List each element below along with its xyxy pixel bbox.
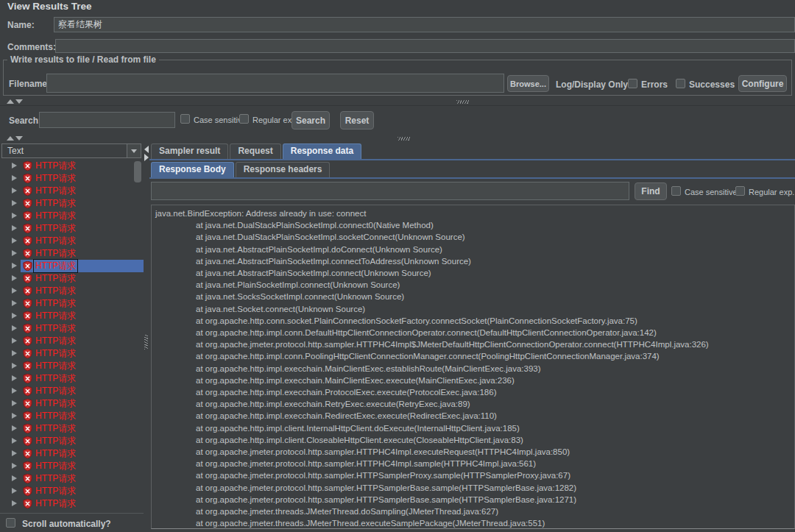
expand-arrow-icon[interactable] (12, 250, 17, 256)
response-body-text[interactable]: java.net.BindException: Address already … (151, 205, 795, 529)
tree-row[interactable]: HTTP请求 (0, 310, 144, 322)
find-case-sensitive-checkbox[interactable] (671, 186, 681, 196)
expand-arrow-icon[interactable] (12, 263, 17, 269)
tree-item-label: HTTP请求 (35, 335, 76, 347)
combo-dropdown-button[interactable] (127, 144, 141, 157)
tree-row[interactable]: HTTP请求 (0, 322, 144, 335)
splitter-collapse-up-icon[interactable] (7, 99, 14, 104)
tree-row[interactable]: HTTP请求 (0, 222, 144, 235)
tab-request[interactable]: Request (230, 143, 280, 159)
splitter-grip-icon (398, 137, 411, 141)
splitter-collapse-left-icon[interactable] (144, 146, 149, 153)
search-regular-exp-checkbox[interactable] (239, 114, 249, 124)
expand-arrow-icon[interactable] (12, 163, 17, 169)
tree-row[interactable]: HTTP请求 (0, 410, 144, 422)
tree-row[interactable]: HTTP请求 (0, 272, 144, 285)
search-input[interactable] (39, 112, 175, 128)
expand-arrow-icon[interactable] (12, 313, 17, 319)
tree-row[interactable]: HTTP请求 (0, 435, 144, 447)
expand-arrow-icon[interactable] (12, 350, 17, 356)
expand-arrow-icon[interactable] (12, 325, 17, 331)
horizontal-splitter-bottom[interactable] (0, 135, 795, 142)
tree-item-label: HTTP请求 (34, 260, 77, 272)
tree-row[interactable]: HTTP请求 (0, 172, 144, 185)
tree-row[interactable]: HTTP请求 (0, 285, 144, 297)
subtab-response-body[interactable]: Response Body (151, 162, 234, 177)
vertical-splitter[interactable] (144, 142, 149, 532)
tree-row[interactable]: HTTP请求 (0, 360, 144, 372)
expand-arrow-icon[interactable] (12, 338, 17, 344)
tree-row[interactable]: HTTP请求 (0, 185, 144, 197)
successes-label: Successes (689, 79, 735, 90)
expand-arrow-icon[interactable] (12, 413, 17, 419)
expand-arrow-icon[interactable] (12, 200, 17, 206)
expand-arrow-icon[interactable] (12, 450, 17, 456)
successes-checkbox[interactable] (676, 79, 685, 88)
splitter-collapse-right-icon[interactable] (144, 154, 149, 161)
tree-row[interactable]: HTTP请求 (0, 347, 144, 360)
tab-sampler-result[interactable]: Sampler result (151, 143, 228, 159)
expand-arrow-icon[interactable] (12, 300, 17, 306)
tree-row[interactable]: HTTP请求 (0, 297, 144, 310)
expand-arrow-icon[interactable] (12, 188, 17, 194)
expand-arrow-icon[interactable] (12, 238, 17, 244)
expand-arrow-icon[interactable] (12, 400, 17, 406)
tree-row[interactable]: HTTP请求 (0, 160, 144, 172)
tree-row-selected[interactable]: HTTP请求 (0, 260, 144, 272)
tree-item-label: HTTP请求 (35, 422, 76, 435)
tree-row[interactable]: HTTP请求 (0, 372, 144, 385)
expand-arrow-icon[interactable] (12, 275, 17, 281)
find-button[interactable]: Find (635, 182, 667, 200)
tree-row[interactable]: HTTP请求 (0, 397, 144, 410)
errors-checkbox[interactable] (628, 79, 637, 88)
find-input[interactable] (151, 182, 629, 200)
search-case-sensitive-checkbox[interactable] (180, 114, 190, 124)
expand-arrow-icon[interactable] (12, 475, 17, 481)
stack-trace-line: at org.apache.http.impl.client.InternalH… (152, 422, 794, 434)
expand-arrow-icon[interactable] (12, 375, 17, 381)
splitter-collapse-down-icon[interactable] (15, 99, 23, 104)
name-input[interactable] (54, 17, 795, 32)
tree-row[interactable]: HTTP请求 (0, 210, 144, 222)
splitter-collapse-down-icon[interactable] (15, 136, 23, 141)
tree-row[interactable]: HTTP请求 (0, 485, 144, 497)
search-button[interactable]: Search (292, 111, 330, 130)
tree-row[interactable]: HTTP请求 (0, 385, 144, 397)
stack-trace-line: at org.apache.http.impl.execchain.MainCl… (152, 375, 794, 386)
expand-arrow-icon[interactable] (12, 363, 17, 369)
splitter-collapse-up-icon[interactable] (7, 136, 14, 141)
find-regular-exp-checkbox[interactable] (735, 186, 745, 196)
tree-row[interactable]: HTTP请求 (0, 447, 144, 460)
tab-response-data[interactable]: Response data (283, 143, 361, 159)
splitter-grip-icon (456, 100, 470, 104)
expand-arrow-icon[interactable] (12, 488, 17, 494)
filename-input[interactable] (46, 74, 504, 93)
tree-row[interactable]: HTTP请求 (0, 197, 144, 210)
scroll-automatically-checkbox[interactable] (6, 518, 15, 528)
subtab-response-headers[interactable]: Response headers (236, 162, 331, 177)
expand-arrow-icon[interactable] (12, 225, 17, 231)
comments-input[interactable] (55, 39, 795, 53)
tree-item-label: HTTP请求 (35, 347, 76, 360)
tree-row[interactable]: HTTP请求 (0, 335, 144, 347)
expand-arrow-icon[interactable] (12, 288, 17, 294)
reset-button[interactable]: Reset (340, 111, 374, 130)
expand-arrow-icon[interactable] (12, 500, 17, 506)
tree-row[interactable]: HTTP请求 (0, 497, 144, 510)
expand-arrow-icon[interactable] (12, 388, 17, 394)
tree-row[interactable]: HTTP请求 (0, 422, 144, 435)
tree-row[interactable]: HTTP请求 (0, 247, 144, 260)
configure-button[interactable]: Configure (738, 75, 787, 92)
expand-arrow-icon[interactable] (12, 425, 17, 431)
tree-row[interactable]: HTTP请求 (0, 472, 144, 485)
renderer-select[interactable]: Text (1, 143, 141, 158)
horizontal-splitter-top[interactable] (0, 98, 795, 105)
expand-arrow-icon[interactable] (12, 438, 17, 444)
expand-arrow-icon[interactable] (12, 463, 17, 469)
expand-arrow-icon[interactable] (12, 213, 17, 219)
browse-button[interactable]: Browse... (507, 75, 549, 92)
tree-row[interactable]: HTTP请求 (0, 235, 144, 247)
error-shield-icon (23, 311, 32, 321)
expand-arrow-icon[interactable] (12, 175, 17, 181)
tree-row[interactable]: HTTP请求 (0, 460, 144, 472)
